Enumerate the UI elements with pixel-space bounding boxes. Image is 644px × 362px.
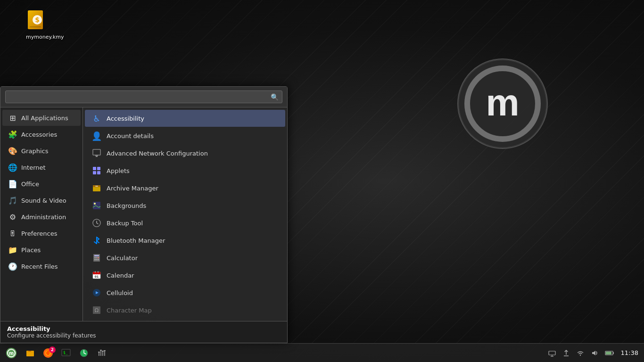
taskbar-upload-icon[interactable] xyxy=(561,346,572,361)
taskbar-battery-icon[interactable] xyxy=(603,346,616,361)
app-accessibility-label: Accessibility xyxy=(107,115,144,122)
account-icon: 👤 xyxy=(91,131,102,141)
celluloid-icon xyxy=(91,288,102,298)
file-icon-label: mymoney.kmy xyxy=(26,34,64,40)
backgrounds-icon xyxy=(91,200,102,211)
app-calculator-label: Calculator xyxy=(107,255,138,262)
app-backgrounds-label: Backgrounds xyxy=(107,202,146,209)
svg-rect-19 xyxy=(93,202,100,209)
category-administration[interactable]: ⚙ Administration xyxy=(2,209,81,225)
taskbar-firefox[interactable]: 2 xyxy=(40,346,57,361)
svg-rect-35 xyxy=(95,271,96,273)
svg-rect-8 xyxy=(30,26,41,27)
category-accessories[interactable]: 🧩 Accessories xyxy=(2,126,81,142)
app-celluloid[interactable]: Celluloid xyxy=(85,284,285,301)
calendar-icon: 01 xyxy=(91,270,102,280)
taskbar-timeshift[interactable] xyxy=(75,346,92,361)
app-celluloid-label: Celluloid xyxy=(107,289,133,296)
taskbar-terminal[interactable]: $_ xyxy=(58,346,74,361)
svg-rect-18 xyxy=(95,186,98,187)
menu-body: ⊞ All Applications 🧩 Accessories 🎨 Graph… xyxy=(0,107,287,321)
mint-menu-button[interactable]: m xyxy=(2,346,21,361)
app-applets[interactable]: Applets xyxy=(85,162,285,179)
category-all-label: All Applications xyxy=(21,115,68,122)
category-places[interactable]: 📁 Places xyxy=(2,242,81,258)
svg-rect-13 xyxy=(97,167,100,170)
firefox-badge: 2 xyxy=(49,346,56,353)
app-calculator[interactable]: Calculator xyxy=(85,249,285,266)
category-all-applications[interactable]: ⊞ All Applications xyxy=(2,110,81,126)
app-backup-tool[interactable]: Backup Tool xyxy=(85,214,285,231)
taskbar-mixer[interactable] xyxy=(93,346,110,361)
mint-logo-desktop: m xyxy=(455,57,550,151)
taskbar-file-manager[interactable] xyxy=(22,346,39,361)
category-accessories-label: Accessories xyxy=(21,131,57,138)
taskbar-wifi-icon[interactable] xyxy=(575,346,586,361)
app-account-details[interactable]: 👤 Account details xyxy=(85,127,285,144)
svg-point-20 xyxy=(94,203,96,205)
svg-rect-59 xyxy=(549,351,555,355)
kmoney-file-icon: $ xyxy=(26,9,49,32)
menu-search-input[interactable] xyxy=(5,90,282,103)
taskbar-left: m 2 xyxy=(0,346,112,361)
bluetooth-icon xyxy=(91,235,102,246)
svg-rect-31 xyxy=(96,259,98,260)
desktop-file-icon[interactable]: $ mymoney.kmy xyxy=(26,9,64,40)
category-graphics[interactable]: 🎨 Graphics xyxy=(2,143,81,159)
taskbar-right: 11:38 xyxy=(546,346,644,361)
grid-icon: ⊞ xyxy=(8,113,17,123)
puzzle-icon: 🧩 xyxy=(8,130,17,139)
app-backgrounds[interactable]: Backgrounds xyxy=(85,197,285,214)
category-graphics-label: Graphics xyxy=(21,148,48,155)
svg-rect-52 xyxy=(100,350,101,356)
app-calendar[interactable]: 01 Calendar xyxy=(85,267,285,284)
image-icon: 🎨 xyxy=(8,146,17,156)
svg-rect-10 xyxy=(95,155,98,156)
category-recent-files[interactable]: 🕐 Recent Files xyxy=(2,258,81,274)
clock-display: 11:38 xyxy=(621,349,638,356)
charmap-icon: Ω xyxy=(91,305,102,315)
app-calendar-label: Calendar xyxy=(107,272,134,279)
taskbar: m 2 xyxy=(0,343,644,362)
category-preferences[interactable]: 🎚 Preferences xyxy=(2,225,81,241)
app-charmap-label: Character Map xyxy=(107,307,152,314)
app-archive-manager[interactable]: Archive Manager xyxy=(85,180,285,197)
sliders-icon: 🎚 xyxy=(8,229,17,238)
svg-rect-56 xyxy=(100,350,102,351)
svg-text:$: $ xyxy=(35,16,40,24)
svg-text:01: 01 xyxy=(95,275,99,278)
svg-rect-15 xyxy=(97,171,100,174)
app-bluetooth-manager[interactable]: Bluetooth Manager xyxy=(85,232,285,249)
archive-icon xyxy=(91,183,102,193)
menu-footer: Accessibility Configure accessibility fe… xyxy=(0,321,287,343)
app-advanced-network[interactable]: Advanced Network Configuration xyxy=(85,145,285,162)
svg-rect-65 xyxy=(613,352,614,354)
svg-rect-34 xyxy=(93,272,100,274)
applets-icon xyxy=(91,165,102,176)
svg-rect-14 xyxy=(93,171,96,174)
category-sound-video[interactable]: 🎵 Sound & Video xyxy=(2,192,81,208)
taskbar-network-icon[interactable] xyxy=(546,346,558,361)
music-icon: 🎵 xyxy=(8,196,17,205)
category-office-label: Office xyxy=(21,181,39,188)
svg-rect-28 xyxy=(96,257,98,258)
category-internet[interactable]: 🌐 Internet xyxy=(2,159,81,175)
footer-description: Configure accessibility features xyxy=(7,332,281,339)
svg-rect-55 xyxy=(98,352,100,353)
svg-text:m: m xyxy=(486,82,519,123)
category-recent-label: Recent Files xyxy=(21,263,58,270)
taskbar-volume-icon[interactable] xyxy=(589,346,600,361)
menu-search-bar: 🔍 xyxy=(0,87,287,107)
svg-rect-36 xyxy=(98,271,99,273)
taskbar-clock[interactable]: 11:38 xyxy=(619,346,640,361)
svg-rect-58 xyxy=(104,350,106,351)
category-office[interactable]: 📄 Office xyxy=(2,176,81,192)
svg-rect-11 xyxy=(96,156,98,157)
svg-rect-12 xyxy=(93,167,96,170)
app-accessibility[interactable]: ♿ Accessibility xyxy=(85,110,285,127)
network-config-icon xyxy=(91,148,102,158)
folder-icon: 📁 xyxy=(8,245,17,255)
svg-text:m: m xyxy=(9,351,14,356)
app-character-map[interactable]: Ω Character Map xyxy=(85,302,285,319)
app-archive-label: Archive Manager xyxy=(107,185,158,192)
